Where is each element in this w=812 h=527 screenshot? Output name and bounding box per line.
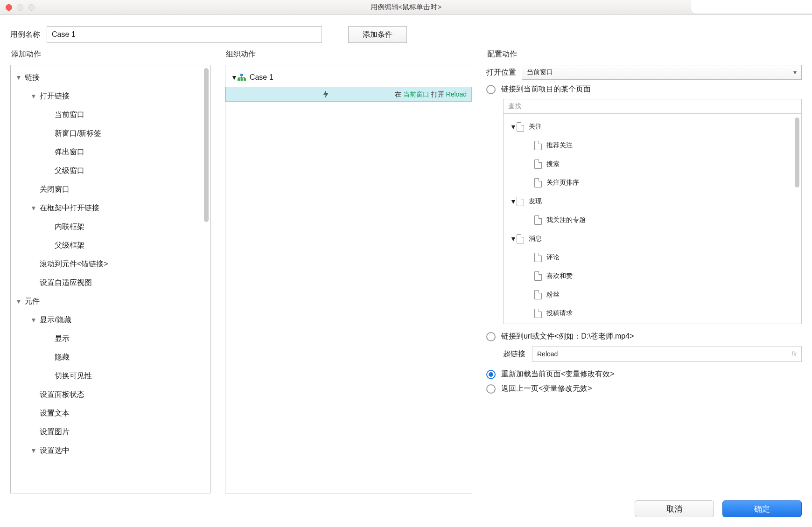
tree-item-inline-frame[interactable]: 内联框架 bbox=[11, 217, 210, 236]
page-search-input[interactable]: 查找 bbox=[503, 99, 802, 114]
hyperlink-label: 超链接 bbox=[503, 349, 525, 359]
tree-item-set-image[interactable]: 设置图片 bbox=[11, 423, 210, 441]
case-name-row: 用例名称 添加条件 bbox=[0, 15, 812, 49]
scrollbar[interactable] bbox=[204, 68, 209, 222]
bolt-icon bbox=[322, 90, 330, 98]
radio-link-url-label: 链接到url或文件<例如：D:\苍老师.mp4> bbox=[501, 332, 634, 341]
page-node[interactable]: 我关注的专题 bbox=[504, 211, 801, 229]
page-icon bbox=[534, 253, 542, 262]
page-node[interactable]: ▼消息 bbox=[504, 229, 801, 248]
window-title: 用例编辑<鼠标单击时> bbox=[0, 3, 812, 12]
page-node[interactable]: 评论 bbox=[504, 248, 801, 267]
case-node[interactable]: ▼ Case 1 bbox=[225, 68, 472, 87]
tree-group-open-in-frame[interactable]: ▼在框架中打开链接 bbox=[11, 199, 210, 217]
svg-rect-3 bbox=[244, 78, 246, 81]
open-in-select[interactable]: 当前窗口 ▾ bbox=[522, 65, 802, 80]
page-node[interactable]: 粉丝 bbox=[504, 285, 801, 304]
tree-item-show[interactable]: 显示 bbox=[11, 329, 210, 348]
page-icon bbox=[534, 178, 542, 187]
tree-item-parent-frame[interactable]: 父级框架 bbox=[11, 236, 210, 255]
tree-item-panel-state[interactable]: 设置面板状态 bbox=[11, 385, 210, 404]
tree-group-links[interactable]: ▼链接 bbox=[11, 68, 210, 87]
page-node[interactable]: ▼发现 bbox=[504, 192, 801, 211]
page-icon bbox=[534, 290, 542, 299]
page-icon bbox=[517, 122, 524, 132]
fx-icon[interactable]: fx bbox=[791, 350, 797, 358]
radio-link-page[interactable] bbox=[486, 85, 496, 94]
open-in-label: 打开位置 bbox=[486, 68, 516, 77]
radio-reload-label: 重新加载当前页面<变量修改有效> bbox=[501, 369, 615, 379]
page-node[interactable]: 推荐关注 bbox=[504, 136, 801, 155]
tree-group-set-select[interactable]: ▼设置选中 bbox=[11, 441, 210, 460]
action-node[interactable]: 在 当前窗口 打开 Reload bbox=[225, 87, 472, 102]
case-node-label: Case 1 bbox=[250, 73, 273, 82]
chevron-down-icon: ▾ bbox=[793, 69, 797, 76]
open-in-value: 当前窗口 bbox=[527, 68, 553, 76]
svg-rect-0 bbox=[240, 74, 243, 76]
tree-group-widgets[interactable]: ▼元件 bbox=[11, 292, 210, 311]
svg-rect-1 bbox=[238, 78, 240, 81]
hyperlink-value: Reload bbox=[537, 350, 558, 358]
tree-group-show-hide[interactable]: ▼显示/隐藏 bbox=[11, 311, 210, 329]
page-icon bbox=[517, 197, 524, 206]
page-picker: 查找 ▼关注 推荐关注 搜索 关注页排序 ▼发现 我关注的专题 ▼消息 评论 喜… bbox=[503, 99, 802, 324]
radio-back[interactable] bbox=[486, 384, 496, 394]
radio-back-label: 返回上一页<变量修改无效> bbox=[501, 384, 592, 394]
ok-button[interactable]: 确定 bbox=[722, 500, 802, 517]
action-tree-panel: ▼链接 ▼打开链接 当前窗口 新窗口/新标签 弹出窗口 父级窗口 关闭窗口 ▼在… bbox=[10, 65, 211, 493]
titlebar: 用例编辑<鼠标单击时> bbox=[0, 0, 812, 15]
tree-item-parent-window[interactable]: 父级窗口 bbox=[11, 161, 210, 180]
page-node[interactable]: 投稿请求 bbox=[504, 304, 801, 323]
tree-item-set-adaptive[interactable]: 设置自适应视图 bbox=[11, 273, 210, 292]
configure-panel: 打开位置 当前窗口 ▾ 链接到当前项目的某个页面 查找 ▼关注 推荐关注 搜索 … bbox=[486, 65, 802, 493]
page-node[interactable]: 喜欢和赞 bbox=[504, 267, 801, 285]
dialog-footer: 取消 确定 bbox=[0, 498, 812, 527]
hyperlink-input[interactable]: Reload fx bbox=[532, 346, 802, 362]
case-name-input[interactable] bbox=[47, 26, 322, 43]
add-action-heading: 添加动作 bbox=[11, 49, 211, 59]
tree-item-current-window[interactable]: 当前窗口 bbox=[11, 105, 210, 124]
svg-marker-4 bbox=[323, 90, 329, 98]
titlebar-notch bbox=[691, 0, 812, 14]
cancel-button[interactable]: 取消 bbox=[635, 500, 714, 517]
page-icon bbox=[534, 215, 542, 225]
tree-item-hide[interactable]: 隐藏 bbox=[11, 348, 210, 367]
page-icon bbox=[517, 234, 524, 243]
radio-link-url[interactable] bbox=[486, 332, 496, 341]
page-icon bbox=[534, 159, 542, 169]
tree-item-popup[interactable]: 弹出窗口 bbox=[11, 143, 210, 161]
organize-panel: ▼ Case 1 在 当前窗口 打开 Reload bbox=[225, 65, 472, 493]
organize-heading: 组织动作 bbox=[226, 49, 472, 59]
tree-item-set-text[interactable]: 设置文本 bbox=[11, 404, 210, 423]
action-node-label: 在 当前窗口 打开 Reload bbox=[395, 90, 467, 99]
page-icon bbox=[534, 309, 542, 318]
tree-item-toggle-visibility[interactable]: 切换可见性 bbox=[11, 367, 210, 385]
scrollbar[interactable] bbox=[795, 118, 799, 187]
svg-rect-2 bbox=[240, 78, 243, 81]
page-node[interactable]: 关注页排序 bbox=[504, 173, 801, 192]
page-icon bbox=[534, 271, 542, 281]
tree-group-open-link[interactable]: ▼打开链接 bbox=[11, 87, 210, 105]
radio-reload[interactable] bbox=[486, 370, 496, 379]
page-tree: ▼关注 推荐关注 搜索 关注页排序 ▼发现 我关注的专题 ▼消息 评论 喜欢和赞… bbox=[504, 114, 801, 324]
tree-item-scroll-anchor[interactable]: 滚动到元件<锚链接> bbox=[11, 255, 210, 273]
case-name-label: 用例名称 bbox=[10, 30, 40, 40]
add-condition-button[interactable]: 添加条件 bbox=[348, 26, 407, 43]
page-node[interactable]: 搜索 bbox=[504, 155, 801, 173]
sitemap-icon bbox=[238, 73, 246, 82]
tree-item-new-window[interactable]: 新窗口/新标签 bbox=[11, 124, 210, 143]
configure-heading: 配置动作 bbox=[487, 49, 802, 59]
radio-link-page-label: 链接到当前项目的某个页面 bbox=[501, 84, 591, 94]
page-icon bbox=[534, 141, 542, 150]
page-node[interactable]: ▼关注 bbox=[504, 118, 801, 136]
tree-item-close-window[interactable]: 关闭窗口 bbox=[11, 180, 210, 199]
